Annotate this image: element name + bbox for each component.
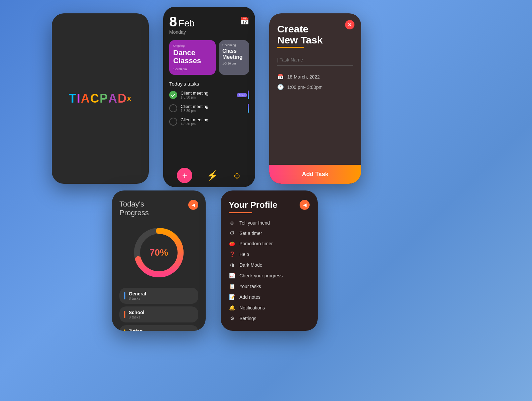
done-badge-1: Done xyxy=(237,93,247,97)
screen-progress: Today'sProgress ◀ 70% General 8 tasks xyxy=(112,190,206,331)
settings-icon: ⚙ xyxy=(229,315,235,321)
task-date-value: 18 March, 2022 xyxy=(287,74,320,80)
upcoming-event-time: 1-3:30 pm xyxy=(222,62,246,65)
dark-mode-label: Dark Mode xyxy=(239,262,262,268)
progress-header: Today'sProgress ◀ xyxy=(119,200,198,218)
calendar-icon[interactable]: 📅 xyxy=(240,17,249,25)
profile-menu: ☺ Tell your friend ⏱ Set a timer 🍅 Pomod… xyxy=(229,219,310,322)
tution-dot xyxy=(124,329,125,331)
task-item-3[interactable]: Client meeting 1-3:30 pm xyxy=(169,117,249,126)
calendar-weekday: Monday xyxy=(169,29,195,35)
progress-item-tution[interactable]: Tution 8 tasks xyxy=(119,325,198,331)
logo-letter-T: T xyxy=(69,92,77,106)
bottom-navigation: + ⚡ ☺ xyxy=(163,164,255,187)
school-tasks: 8 tasks xyxy=(129,315,194,319)
screen-profile: Your Profile ◀ ☺ Tell your friend ⏱ Set … xyxy=(221,190,318,331)
progress-title: Today'sProgress xyxy=(119,200,149,218)
notifications-label: Notifications xyxy=(239,305,265,310)
menu-item-notifications[interactable]: 🔔 Notifications xyxy=(229,304,310,311)
ongoing-event-card[interactable]: Ongoing Dance Classes 1-3:30 pm xyxy=(169,40,216,75)
school-info: School 8 tasks xyxy=(129,310,194,319)
menu-item-settings[interactable]: ⚙ Settings xyxy=(229,315,310,322)
general-name: General xyxy=(129,291,194,296)
check-progress-label: Check your progress xyxy=(239,273,283,278)
task-name-2: Client meeting xyxy=(181,104,249,109)
general-info: General 8 tasks xyxy=(129,291,194,300)
progress-percentage: 70% xyxy=(149,247,168,258)
clock-meta-icon: 🕐 xyxy=(277,84,284,90)
progress-back-button[interactable]: ◀ xyxy=(188,200,198,210)
task-checkbox-3[interactable] xyxy=(169,118,177,126)
settings-label: Settings xyxy=(239,316,256,321)
pomodoro-label: Pomodoro timer xyxy=(239,241,273,246)
upcoming-event-card[interactable]: Upcoming Class Meeting 1-3:30 pm xyxy=(219,40,249,75)
task-checkbox-1[interactable] xyxy=(169,91,177,99)
task-info-2: Client meeting 1-3:30 pm xyxy=(181,104,249,113)
task-name-3: Client meeting xyxy=(181,117,249,122)
lightning-icon[interactable]: ⚡ xyxy=(207,170,218,181)
create-task-title: Create New Task xyxy=(277,23,353,45)
tasks-section-title: Today's tasks xyxy=(169,81,249,87)
school-dot xyxy=(124,311,125,318)
progress-category-list: General 8 tasks School 8 tasks Tution 8 … xyxy=(119,288,198,331)
task-item-2[interactable]: Client meeting 1-3:30 pm xyxy=(169,104,249,113)
add-task-button[interactable]: Add Task xyxy=(269,165,361,184)
ongoing-label: Ongoing xyxy=(173,44,212,47)
progress-item-general[interactable]: General 8 tasks xyxy=(119,288,198,304)
menu-item-your-tasks[interactable]: 📋 Your tasks xyxy=(229,283,310,290)
task-item-1[interactable]: Client meeting 1-3:30 pm Done xyxy=(169,91,249,99)
calendar-date-block: 8 Feb Monday xyxy=(169,15,195,35)
add-notes-icon: 📝 xyxy=(229,294,235,300)
menu-item-tell-friend[interactable]: ☺ Tell your friend xyxy=(229,219,310,226)
ongoing-event-time: 1-3:30 pm xyxy=(173,68,212,71)
add-button[interactable]: + xyxy=(177,168,192,183)
menu-item-dark-mode[interactable]: ◑ Dark Mode xyxy=(229,261,310,269)
events-row: Ongoing Dance Classes 1-3:30 pm Upcoming… xyxy=(169,40,249,75)
create-task-form: ✕ Create New Task 📅 18 March, 2022 🕐 1:0… xyxy=(269,13,361,184)
help-icon: ❓ xyxy=(229,251,235,257)
calendar-month: Feb xyxy=(179,18,195,28)
profile-header: Your Profile ◀ xyxy=(229,200,310,210)
general-tasks: 8 tasks xyxy=(129,296,194,300)
app-logo: TIACPADx xyxy=(69,92,132,106)
menu-item-check-progress[interactable]: 📈 Check your progress xyxy=(229,272,310,279)
upcoming-label: Upcoming xyxy=(222,43,246,47)
tution-info: Tution 8 tasks xyxy=(129,328,194,331)
screen-calendar: 8 Feb Monday 📅 Ongoing Dance Classes 1-3… xyxy=(163,7,255,187)
notifications-icon: 🔔 xyxy=(229,305,235,311)
calendar-day-number: 8 xyxy=(169,14,177,29)
check-progress-icon: 📈 xyxy=(229,273,235,279)
calendar-meta-icon: 📅 xyxy=(277,74,284,80)
progress-item-school[interactable]: School 8 tasks xyxy=(119,306,198,322)
your-tasks-label: Your tasks xyxy=(239,284,261,289)
screen-logo: TIACPADx xyxy=(52,13,149,184)
add-notes-label: Add notes xyxy=(239,294,260,300)
profile-title-underline xyxy=(229,212,252,213)
pomodoro-icon: 🍅 xyxy=(229,241,235,247)
task-info-3: Client meeting 1-3:30 pm xyxy=(181,117,249,126)
profile-content: Your Profile ◀ ☺ Tell your friend ⏱ Set … xyxy=(221,190,318,329)
menu-item-help[interactable]: ❓ Help xyxy=(229,251,310,258)
set-timer-label: Set a timer xyxy=(239,231,262,236)
close-button[interactable]: ✕ xyxy=(345,20,354,29)
screen-create-task: ✕ Create New Task 📅 18 March, 2022 🕐 1:0… xyxy=(269,13,361,184)
menu-item-pomodoro[interactable]: 🍅 Pomodoro timer xyxy=(229,240,310,247)
menu-item-set-timer[interactable]: ⏱ Set a timer xyxy=(229,230,310,237)
your-tasks-icon: 📋 xyxy=(229,283,235,289)
task-checkbox-2[interactable] xyxy=(169,104,177,112)
task-bar-2 xyxy=(248,104,249,113)
ongoing-event-title: Dance Classes xyxy=(173,49,212,65)
tell-friend-label: Tell your friend xyxy=(239,220,270,226)
task-time-row: 🕐 1:00 pm- 3:00pm xyxy=(277,84,353,90)
profile-back-button[interactable]: ◀ xyxy=(300,200,310,210)
dark-mode-icon: ◑ xyxy=(229,262,235,268)
profile-title: Your Profile xyxy=(229,200,277,210)
task-date-row: 📅 18 March, 2022 xyxy=(277,74,353,80)
task-info-1: Client meeting 1-3:30 pm xyxy=(181,91,237,99)
task-time-3: 1-3:30 pm xyxy=(181,122,249,126)
task-name-input[interactable] xyxy=(277,54,353,65)
calendar-date-row: 8 Feb xyxy=(169,15,195,29)
tell-friend-icon: ☺ xyxy=(229,220,235,226)
menu-item-add-notes[interactable]: 📝 Add notes xyxy=(229,293,310,301)
smiley-icon[interactable]: ☺ xyxy=(232,170,241,181)
